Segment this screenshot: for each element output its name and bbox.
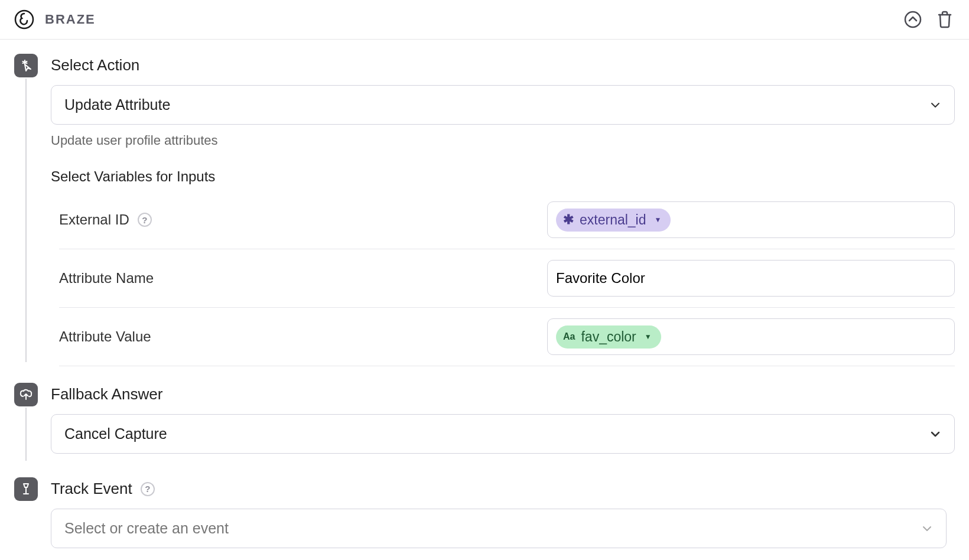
variable-rows: External ID ? ✱ external_id ▼ (59, 191, 955, 366)
step-select-action: Select Action Update Attribute Update us… (14, 54, 955, 366)
action-icon (14, 54, 38, 77)
header-right (903, 9, 955, 30)
var-label-attr-name: Attribute Name (59, 270, 547, 286)
chevron-down-icon: ▼ (645, 333, 652, 341)
track-event-placeholder: Select or create an event (64, 520, 229, 537)
header-left: BRAZE (14, 9, 96, 30)
fav-color-variable-chip[interactable]: Aa fav_color ▼ (556, 325, 661, 349)
collapse-icon[interactable] (903, 9, 923, 30)
step-body-action: Select Action Update Attribute Update us… (51, 54, 955, 366)
track-event-select[interactable]: Select or create an event (51, 509, 947, 548)
step-fallback: Fallback Answer Cancel Capture (14, 383, 955, 461)
step-connector-line (25, 408, 27, 461)
svg-point-1 (905, 12, 921, 27)
brand-logo-icon (14, 9, 34, 30)
fallback-select-value: Cancel Capture (64, 425, 167, 442)
chevron-down-icon (921, 523, 933, 535)
var-label-attr-value: Attribute Value (59, 328, 547, 345)
attribute-name-field[interactable] (556, 270, 946, 286)
attribute-value-input[interactable]: Aa fav_color ▼ (547, 318, 955, 355)
action-select[interactable]: Update Attribute (51, 85, 955, 125)
step-body-fallback: Fallback Answer Cancel Capture (51, 383, 955, 454)
action-select-value: Update Attribute (64, 96, 170, 113)
fallback-icon (14, 383, 38, 406)
step-icon-col (14, 477, 38, 501)
chip-text: fav_color (581, 329, 636, 345)
brand-name: BRAZE (45, 12, 96, 27)
variables-title: Select Variables for Inputs (51, 168, 955, 185)
chip-text: external_id (580, 212, 646, 228)
action-hint: Update user profile attributes (51, 133, 955, 148)
var-row-attr-value: Attribute Value Aa fav_color ▼ (59, 308, 955, 366)
external-id-input[interactable]: ✱ external_id ▼ (547, 201, 955, 238)
header: BRAZE (0, 0, 969, 40)
var-row-attr-name: Attribute Name (59, 249, 955, 308)
chevron-down-icon (929, 99, 941, 111)
external-id-variable-chip[interactable]: ✱ external_id ▼ (556, 209, 671, 232)
fallback-select[interactable]: Cancel Capture (51, 414, 955, 454)
help-icon[interactable]: ? (138, 213, 152, 227)
chevron-down-icon: ▼ (655, 216, 662, 224)
var-label-external-id: External ID ? (59, 211, 547, 228)
fallback-title: Fallback Answer (51, 385, 955, 403)
content: Select Action Update Attribute Update us… (0, 40, 969, 560)
step-track-event: Track Event ? Select or create an event (14, 477, 955, 548)
step-connector-line (25, 79, 27, 362)
help-icon[interactable]: ? (141, 482, 155, 496)
step-icon-col (14, 54, 38, 362)
select-action-title: Select Action (51, 56, 955, 74)
attribute-name-input[interactable] (547, 260, 955, 297)
step-icon-col (14, 383, 38, 461)
step-body-track: Track Event ? Select or create an event (51, 477, 955, 548)
text-type-icon: Aa (563, 331, 575, 342)
asterisk-icon: ✱ (563, 213, 574, 226)
trash-icon[interactable] (935, 9, 955, 30)
track-event-title: Track Event ? (51, 480, 955, 498)
chevron-down-icon (929, 428, 941, 440)
track-event-icon (14, 477, 38, 501)
var-row-external-id: External ID ? ✱ external_id ▼ (59, 191, 955, 249)
